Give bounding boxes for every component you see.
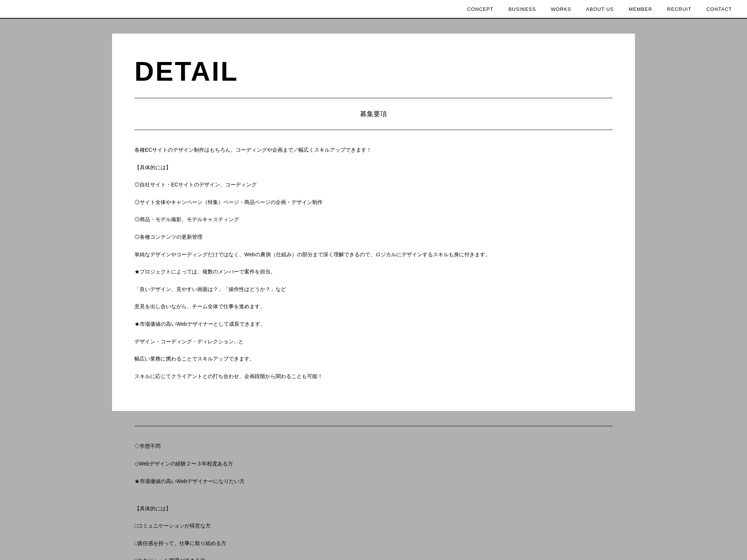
content-body: 各種ECサイトのデザイン制作はもちろん、コーディングや企画まで／幅広くスキルアッ… bbox=[134, 145, 613, 381]
below-card-section: ◇学歴不問 ◇Webデザインの経験２〜３年程度ある方 ★市場価値の高いWebデザ… bbox=[112, 411, 635, 560]
main-content-card: DETAIL 募集要項 各種ECサイトのデザイン制作はもちろん、コーディングや企… bbox=[112, 34, 635, 411]
list-item-4: ◎各種コンテンツの更新管理 bbox=[134, 232, 613, 242]
nav-works[interactable]: WORKS bbox=[551, 6, 571, 12]
growth-line-3: 幅広い業務に携わることでスキルアップできます。 bbox=[134, 354, 613, 364]
section-divider bbox=[134, 130, 613, 130]
page-title: DETAIL bbox=[134, 56, 613, 87]
below-content: ◇学歴不問 ◇Webデザインの経験２〜３年程度ある方 ★市場価値の高いWebデザ… bbox=[134, 441, 613, 560]
project-line-2: 「良いデザイン、見やすい画面は？」「操作性はどうか？」など bbox=[134, 284, 613, 294]
nav-about-us[interactable]: ABOUT US bbox=[586, 6, 614, 12]
growth-line-1: ★市場価値の高いWebデザイナーとして成長できます。 bbox=[134, 319, 613, 329]
heading-specific: 【具体的には】 bbox=[134, 163, 613, 173]
project-section: ★プロジェクトによっては、複数のメンバーで案件を担当。 「良いデザイン、見やすい… bbox=[134, 267, 613, 312]
list-item-1: ◎自社サイト・ECサイトのデザイン、コーディング bbox=[134, 180, 613, 190]
nav-contact[interactable]: CONTACT bbox=[706, 6, 732, 12]
below-item-1: ◇学歴不問 bbox=[134, 441, 613, 451]
paragraph-2: 単純なデザインやコーディングだけではなく、Webの裏側（仕組み）の部分まで深く理… bbox=[134, 250, 613, 260]
project-line-1: ★プロジェクトによっては、複数のメンバーで案件を担当。 bbox=[134, 267, 613, 277]
below-heading: 【具体的には】 bbox=[134, 504, 613, 514]
below-sub-3: □スケジュール管理ができる方 bbox=[134, 556, 613, 560]
paragraph-1: 各種ECサイトのデザイン制作はもちろん、コーディングや企画まで／幅広くスキルアッ… bbox=[134, 145, 613, 155]
growth-line-2: デザイン・コーディング・ディレクション...と bbox=[134, 337, 613, 347]
nav-recruit[interactable]: RECRUIT bbox=[667, 6, 691, 12]
nav-member[interactable]: MEMBER bbox=[629, 6, 652, 12]
list-item-3: ◎商品・モデル撮影、モデルキャスティング bbox=[134, 214, 613, 225]
below-divider bbox=[134, 426, 613, 426]
below-sub-1: □コミュニケーションが得意な方 bbox=[134, 521, 613, 531]
growth-section: ★市場価値の高いWebデザイナーとして成長できます。 デザイン・コーディング・デ… bbox=[134, 319, 613, 381]
growth-line-4: スキルに応じてクライアントとの打ち合わせ、企画段階から関わることも可能！ bbox=[134, 371, 613, 381]
below-item-2: ◇Webデザインの経験２〜３年程度ある方 bbox=[134, 459, 613, 469]
section-heading: 募集要項 bbox=[134, 109, 613, 118]
below-sub-2: □責任感を持って、仕事に取り組める方 bbox=[134, 538, 613, 548]
list-item-2: ◎サイト全体やキャンペーン（特集）ページ・商品ページの企画・デザイン制作 bbox=[134, 197, 613, 207]
specific-section: 【具体的には】 ◎自社サイト・ECサイトのデザイン、コーディング ◎サイト全体や… bbox=[134, 163, 613, 242]
project-line-3: 意見を出し合いながら、チーム全体で仕事を進めます。 bbox=[134, 301, 613, 312]
nav-business[interactable]: BUSINESS bbox=[508, 6, 536, 12]
below-item-3: ★市場価値の高いWebデザイナーになりたい方 bbox=[134, 476, 613, 486]
title-divider bbox=[134, 98, 613, 98]
navigation: CONCEPT BUSINESS WORKS ABOUT US MEMBER R… bbox=[0, 0, 747, 19]
nav-concept[interactable]: CONCEPT bbox=[467, 6, 494, 12]
